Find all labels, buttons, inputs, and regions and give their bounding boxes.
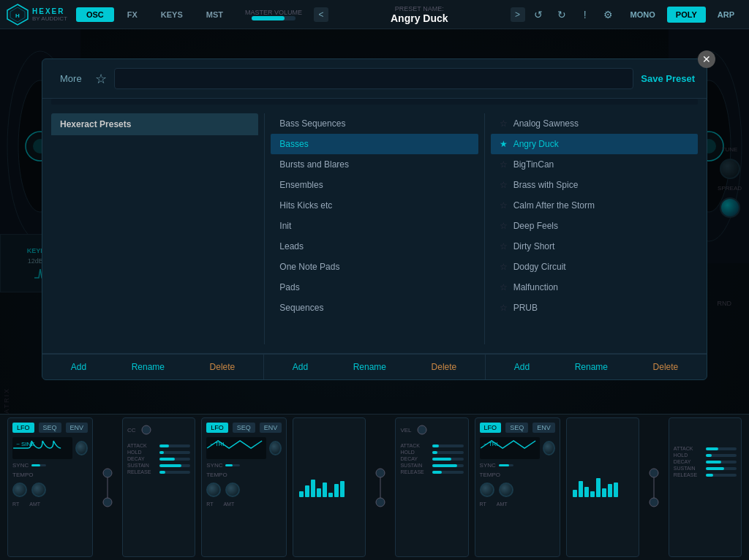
modal-footer: Add Rename Delete Add Rename Delete Add … — [42, 353, 707, 379]
middle-delete-button[interactable]: Delete — [432, 362, 457, 372]
category-item-sequences[interactable]: Sequences — [271, 298, 478, 318]
category-item-init[interactable]: Init — [271, 216, 478, 236]
preset-star-deep-feels[interactable]: ☆ — [500, 221, 508, 231]
left-add-button[interactable]: Add — [71, 362, 86, 372]
connector-icon-1 — [97, 415, 118, 560]
preset-star-angry-duck[interactable]: ★ — [500, 139, 508, 149]
lfo-unit-3-seq-tab[interactable]: SEQ — [505, 423, 528, 433]
category-item-basses[interactable]: Basses — [271, 134, 478, 154]
category-item-bass-sequences[interactable]: Bass Sequences — [271, 113, 478, 134]
preset-name-display: Angry Duck — [391, 12, 448, 24]
master-volume-area: MASTER VOLUME — [242, 9, 305, 20]
close-modal-button[interactable]: ✕ — [698, 50, 715, 68]
svg-point-28 — [418, 425, 426, 434]
lfo-unit-3: LFO SEQ ENV ~ TRI SYNC TEMPO — [475, 417, 560, 557]
lfo-unit-1-lfo-tab[interactable]: LFO — [12, 423, 34, 433]
svg-text:H: H — [15, 12, 20, 19]
lfo-unit-3-amt-knob[interactable] — [499, 483, 513, 497]
lfo-unit-1-env-tab[interactable]: ENV — [66, 423, 89, 433]
lfo-unit-3-sync-label: SYNC — [480, 462, 496, 469]
column-divider-2 — [484, 113, 485, 344]
lfo-unit-1-amt-knob[interactable] — [31, 483, 46, 497]
preset-item-malfunction[interactable]: ☆Malfunction — [491, 277, 698, 298]
poly-mode-button[interactable]: POLY — [667, 7, 706, 23]
preset-item-dodgy-circuit[interactable]: ☆Dodgy Circuit — [491, 257, 698, 277]
lfo-unit-3-env-tab[interactable]: ENV — [532, 423, 555, 433]
lfo-unit-1-rate-knob[interactable] — [75, 441, 88, 455]
svg-text:~ TRI: ~ TRI — [210, 441, 225, 447]
categories-column: Bass SequencesBassesBursts and BlaresEns… — [271, 113, 478, 344]
category-item-hits-kicks-etc[interactable]: Hits Kicks etc — [271, 195, 478, 216]
preset-star-analog-sawness[interactable]: ☆ — [500, 118, 508, 129]
lfo-unit-2-rate-knob[interactable] — [269, 441, 282, 455]
lfo-unit-1-rt-knob[interactable] — [12, 483, 27, 497]
right-delete-button[interactable]: Delete — [653, 362, 679, 372]
lfo-unit-2-env-tab[interactable]: ENV — [260, 423, 282, 433]
preset-label-calm-after-storm: Calm After the Storm — [513, 200, 595, 211]
mono-mode-button[interactable]: MONO — [622, 7, 664, 23]
lfo-unit-3-rate-knob[interactable] — [543, 441, 555, 455]
alert-button[interactable]: ! — [575, 4, 595, 25]
volume-slider[interactable] — [252, 16, 296, 20]
lfo-unit-2: LFO SEQ ENV ~ TRI SYNC TEMPO — [201, 417, 287, 557]
lfo-unit-1-tempo-label: TEMPO — [12, 472, 33, 478]
lfo-unit-1-tabs: LFO SEQ ENV — [12, 423, 88, 433]
preset-star-calm-after-storm[interactable]: ☆ — [500, 200, 508, 211]
preset-search-input[interactable] — [114, 68, 634, 89]
redo-button[interactable]: ↻ — [552, 4, 572, 25]
settings-button[interactable]: ⚙ — [598, 4, 619, 25]
nav-tab-fx[interactable]: FX — [117, 7, 148, 22]
reset-button[interactable]: ↺ — [528, 4, 549, 25]
preset-star-brass-with-spice[interactable]: ☆ — [500, 180, 508, 190]
more-button[interactable]: More — [54, 70, 88, 87]
nav-tab-keys[interactable]: KEYS — [151, 7, 193, 22]
lfo-unit-3-lfo-tab[interactable]: LFO — [480, 423, 502, 433]
favorites-star-icon[interactable]: ☆ — [95, 71, 107, 87]
preset-item-deep-feels[interactable]: ☆Deep Feels — [491, 216, 698, 236]
preset-star-dirty-short[interactable]: ☆ — [500, 241, 508, 251]
preset-item-dirty-short[interactable]: ☆Dirty Short — [491, 236, 698, 257]
save-preset-button[interactable]: Save Preset — [641, 73, 695, 84]
category-item-leads[interactable]: Leads — [271, 236, 478, 257]
svg-point-25 — [376, 469, 385, 477]
preset-item-analog-sawness[interactable]: ☆Analog Sawness — [491, 113, 698, 134]
lfo-unit-2-seq-tab[interactable]: SEQ — [233, 423, 255, 433]
prev-preset-button[interactable]: < — [314, 7, 328, 22]
arp-mode-button[interactable]: ARP — [709, 7, 743, 23]
middle-add-button[interactable]: Add — [293, 362, 308, 372]
preset-label-analog-sawness: Analog Sawness — [513, 118, 579, 129]
nav-tab-osc[interactable]: OSC — [76, 7, 114, 22]
left-rename-button[interactable]: Rename — [132, 362, 165, 372]
lfo-unit-2-rt-knob[interactable] — [206, 483, 221, 497]
lfo-unit-3-rt-knob[interactable] — [480, 483, 494, 497]
lfo-unit-1-waveform: ~ SINE — [12, 437, 72, 459]
middle-rename-button[interactable]: Rename — [353, 362, 386, 372]
right-rename-button[interactable]: Rename — [575, 362, 608, 372]
preset-item-bigtincan[interactable]: ☆BigTinCan — [491, 154, 698, 175]
category-item-ensembles[interactable]: Ensembles — [271, 175, 478, 195]
preset-star-malfunction[interactable]: ☆ — [500, 282, 508, 292]
preset-item-brass-with-spice[interactable]: ☆Brass with Spice — [491, 175, 698, 195]
column-divider-1 — [264, 113, 265, 344]
right-add-button[interactable]: Add — [514, 362, 530, 372]
category-item-pads[interactable]: Pads — [271, 277, 478, 298]
mini-bars-2 — [571, 477, 634, 499]
preset-star-dodgy-circuit[interactable]: ☆ — [500, 262, 508, 272]
left-delete-button[interactable]: Delete — [210, 362, 236, 372]
next-preset-button[interactable]: > — [511, 7, 525, 22]
category-item-bursts-and-blares[interactable]: Bursts and Blares — [271, 154, 478, 175]
category-item-one-note-pads[interactable]: One Note Pads — [271, 257, 478, 277]
preset-item-prub[interactable]: ☆PRUB — [491, 298, 698, 318]
preset-item-calm-after-storm[interactable]: ☆Calm After the Storm — [491, 195, 698, 216]
adsr-unit-2: VEL ATTACK HOLD DECAY SUSTAIN RELEASE — [395, 417, 468, 557]
lfo-unit-2-amt-knob[interactable] — [225, 483, 240, 497]
master-volume-label: MASTER VOLUME — [245, 9, 302, 16]
preset-star-bigtincan[interactable]: ☆ — [500, 159, 508, 170]
lfo-unit-2-lfo-tab[interactable]: LFO — [206, 423, 228, 433]
lfo-unit-1-seq-tab[interactable]: SEQ — [39, 423, 61, 433]
logo-icon: H — [6, 3, 29, 26]
nav-tab-mst[interactable]: MST — [196, 7, 233, 22]
lfo-unit-3-tempo-label: TEMPO — [480, 472, 500, 478]
preset-item-angry-duck[interactable]: ★Angry Duck — [491, 134, 698, 154]
preset-star-prub[interactable]: ☆ — [500, 303, 508, 313]
